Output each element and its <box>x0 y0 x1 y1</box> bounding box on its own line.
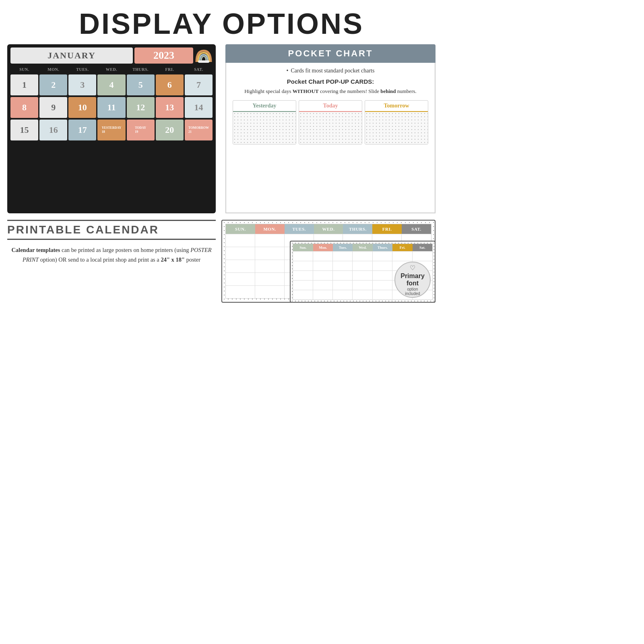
dots-pattern <box>233 112 296 144</box>
today-body <box>299 112 362 144</box>
bullet-item-1: • Cards fit most standard pocket charts <box>233 68 428 74</box>
cal-cell <box>255 247 285 260</box>
popup-cards-title: Pocket Chart POP-UP CARDS: <box>233 78 428 85</box>
badge-primary-text: Primary <box>400 272 425 280</box>
page-title: DISPLAY OPTIONS <box>0 0 443 44</box>
cal-cell <box>255 286 285 298</box>
heart-icon: ♡ <box>410 264 415 272</box>
printable-section: PRINTABLE CALENDAR Calendar templates ca… <box>7 213 216 303</box>
printable-section-header: PRINTABLE CALENDAR <box>7 220 216 240</box>
month-label: JANUARY <box>10 47 133 64</box>
tomorrow-body <box>365 112 428 144</box>
cal-cell <box>255 260 285 272</box>
pocket-chart-photo: JANUARY 2023 SUN. MON. TUES. WED. <box>7 44 216 213</box>
badge-font-text: font <box>407 280 419 287</box>
yesterday-card: Yesterday <box>233 100 296 144</box>
cal-cell <box>255 273 285 285</box>
cal-days-header-large: SUN. MON. TUES. WED. THURS. FRI. SAT. <box>226 224 431 234</box>
today-label: Today <box>299 101 362 112</box>
yesterday-label: Yesterday <box>233 101 296 112</box>
pocket-chart-body: • Cards fit most standard pocket charts … <box>225 63 436 213</box>
cal-cell <box>226 260 255 272</box>
svg-rect-0 <box>198 60 209 63</box>
tomorrow-card: Tomorrow <box>365 100 428 144</box>
cal-cell <box>226 247 255 260</box>
dots-pattern-today <box>299 112 362 144</box>
pocket-chart-info: POCKET CHART • Cards fit most standard p… <box>221 44 436 213</box>
primary-font-badge: ♡ Primary font option included <box>394 262 431 298</box>
yesterday-body <box>233 112 296 144</box>
days-header: SUN. MON. TUES. WED. THURS. FRI. SAT. <box>10 66 213 73</box>
cal-cell <box>226 273 255 285</box>
cal-cell <box>226 234 255 247</box>
calendar-preview-area: SUN. MON. TUES. WED. THURS. FRI. SAT. <box>221 213 436 303</box>
today-card: Today <box>299 100 362 144</box>
yt-cards: Yesterday Today Tomorrow <box>233 100 428 144</box>
badge-included-text: included <box>405 291 420 296</box>
cal-cell <box>255 234 285 247</box>
main-grid: JANUARY 2023 SUN. MON. TUES. WED. <box>0 44 443 310</box>
calendar-small: Sun. Mon. Tues. Wed. Thurs. Fri. Sat. <box>290 241 436 303</box>
cal-cell <box>226 286 255 298</box>
popup-cards-desc: Highlight special days WITHOUT covering … <box>233 87 428 95</box>
pocket-chart-section-header: POCKET CHART <box>225 44 436 63</box>
table-row <box>293 251 432 261</box>
print-description: Calendar templates can be printed as lar… <box>7 246 216 265</box>
year-label: 2023 <box>134 47 193 64</box>
tomorrow-label: Tomorrow <box>365 101 428 112</box>
badge-option-text: option <box>407 287 418 291</box>
dots-pattern-tomorrow <box>365 112 428 144</box>
cal-small-days-header: Sun. Mon. Tues. Wed. Thurs. Fri. Sat. <box>293 244 432 251</box>
